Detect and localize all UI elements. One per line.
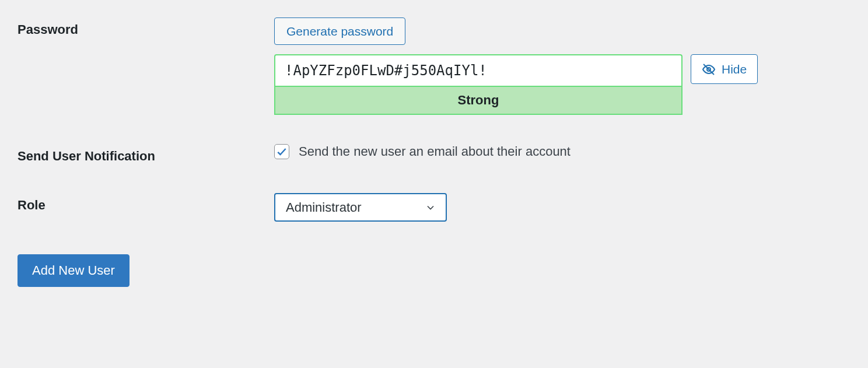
checkmark-icon xyxy=(276,146,288,157)
password-input[interactable] xyxy=(274,54,682,86)
eye-slash-icon xyxy=(702,62,716,76)
generate-password-button[interactable]: Generate password xyxy=(274,17,405,45)
notification-label: Send User Notification xyxy=(18,144,274,164)
password-strength-badge: Strong xyxy=(274,86,682,115)
role-label: Role xyxy=(18,193,274,213)
add-new-user-button[interactable]: Add New User xyxy=(18,254,130,287)
hide-password-button[interactable]: Hide xyxy=(691,54,758,84)
send-notification-checkbox[interactable] xyxy=(274,144,289,159)
password-label: Password xyxy=(18,17,274,37)
notification-description: Send the new user an email about their a… xyxy=(299,144,570,159)
hide-button-label: Hide xyxy=(722,62,747,76)
role-select[interactable]: Administrator xyxy=(274,193,447,222)
